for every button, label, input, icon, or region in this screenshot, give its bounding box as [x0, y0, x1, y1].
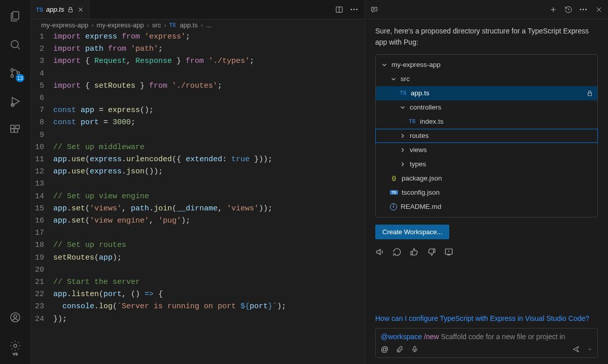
- tree-item-label: tsconfig.json: [402, 189, 593, 196]
- microphone-icon[interactable]: [411, 345, 419, 353]
- attach-icon[interactable]: [396, 345, 404, 353]
- chat-header: ···: [365, 0, 608, 19]
- search-icon[interactable]: [3, 32, 27, 57]
- tree-item[interactable]: TStsconfig.json: [376, 186, 597, 200]
- scm-badge: 13: [16, 74, 24, 82]
- proposed-file-tree: my-express-appsrcTSapp.tscontrollersTSin…: [375, 54, 598, 217]
- followup-suggestion[interactable]: How can I configure TypeScript with Expr…: [375, 313, 598, 324]
- chat-message: Sure, here's a proposed directory struct…: [375, 25, 598, 48]
- split-editor-icon[interactable]: [335, 6, 343, 14]
- lock-icon: [67, 6, 74, 13]
- explorer-icon[interactable]: [3, 4, 27, 28]
- svg-point-2: [11, 69, 14, 71]
- activity-bar: 13 VS: [0, 0, 30, 364]
- comment-icon[interactable]: [370, 6, 378, 14]
- tab-bar: TS app.ts ···: [31, 0, 365, 19]
- source-control-icon[interactable]: 13: [3, 61, 27, 85]
- chevron-icon: [381, 61, 388, 68]
- chevron-icon: [390, 76, 397, 83]
- svg-rect-17: [414, 346, 416, 350]
- history-icon[interactable]: [564, 6, 573, 14]
- chat-input[interactable]: @workspace /new Scaffold code for a new …: [375, 328, 598, 358]
- chevron-icon: [399, 161, 406, 168]
- chat-slash-command[interactable]: /new: [424, 333, 439, 341]
- breadcrumb-item[interactable]: src: [152, 21, 161, 29]
- create-workspace-button[interactable]: Create Workspace...: [375, 225, 449, 239]
- svg-rect-0: [13, 12, 19, 19]
- svg-point-11: [14, 315, 17, 318]
- report-issue-icon[interactable]: [444, 247, 453, 257]
- close-panel-icon[interactable]: [595, 6, 603, 14]
- tab-actions: ···: [335, 0, 365, 19]
- svg-rect-6: [11, 129, 14, 132]
- breadcrumb-item[interactable]: my-express-app: [41, 21, 88, 29]
- typescript-icon: TS: [169, 22, 176, 28]
- tree-item-label: app.ts: [411, 89, 583, 97]
- thumbs-down-icon[interactable]: [427, 247, 436, 257]
- more-actions-icon[interactable]: ···: [350, 5, 359, 14]
- tree-item-label: src: [401, 75, 593, 83]
- chevron-icon: [399, 147, 406, 154]
- tree-item-label: views: [410, 146, 593, 154]
- tree-item-label: types: [410, 160, 593, 168]
- tree-item-label: README.md: [401, 203, 593, 210]
- typescript-icon: TS: [36, 7, 43, 13]
- chat-panel: ··· Sure, here's a proposed directory st…: [365, 0, 608, 364]
- thumbs-up-icon[interactable]: [410, 247, 419, 257]
- tree-item[interactable]: routes: [375, 129, 598, 143]
- svg-rect-9: [16, 125, 19, 129]
- svg-rect-13: [69, 9, 73, 12]
- tree-item-label: controllers: [410, 103, 593, 111]
- typescript-icon: TS: [408, 119, 416, 124]
- tree-item[interactable]: TSapp.ts: [376, 86, 597, 100]
- tree-item[interactable]: iREADME.md: [376, 200, 597, 214]
- lock-icon: [586, 90, 593, 97]
- svg-point-12: [14, 344, 17, 347]
- tree-item[interactable]: TSindex.ts: [376, 115, 597, 129]
- tree-item[interactable]: views: [376, 143, 597, 157]
- extensions-icon[interactable]: [3, 118, 27, 142]
- tree-item-label: my-express-app: [391, 61, 593, 68]
- accounts-icon[interactable]: [3, 305, 27, 330]
- editor-group: TS app.ts ··· my-express-app › my-expres…: [30, 0, 365, 364]
- new-chat-icon[interactable]: [549, 6, 557, 14]
- run-debug-icon[interactable]: [3, 89, 27, 114]
- tab-app-ts[interactable]: TS app.ts: [31, 0, 90, 19]
- breadcrumb-item[interactable]: my-express-app: [97, 21, 144, 29]
- code-editor[interactable]: 123456789101112131415161718192021222324 …: [31, 31, 365, 364]
- svg-point-10: [11, 313, 20, 322]
- tree-item[interactable]: types: [376, 157, 597, 171]
- typescript-icon: TS: [399, 90, 407, 96]
- close-icon[interactable]: [77, 6, 84, 13]
- settings-icon[interactable]: VS: [3, 334, 27, 358]
- svg-rect-15: [588, 93, 592, 95]
- line-gutter: 123456789101112131415161718192021222324: [31, 31, 53, 364]
- svg-point-3: [11, 75, 14, 78]
- tree-item-label: package.json: [402, 174, 593, 182]
- retry-icon[interactable]: [392, 247, 402, 257]
- chat-input-text[interactable]: Scaffold code for a new file or project …: [441, 333, 565, 341]
- mention-icon[interactable]: @: [381, 345, 388, 353]
- chat-more-icon[interactable]: ···: [580, 5, 588, 14]
- send-icon[interactable]: [572, 345, 580, 353]
- breadcrumb-file[interactable]: app.ts: [180, 21, 198, 29]
- tree-item[interactable]: controllers: [376, 100, 597, 115]
- breadcrumb-tail[interactable]: ...: [206, 21, 211, 29]
- chat-agent[interactable]: @workspace: [381, 333, 422, 341]
- breadcrumbs[interactable]: my-express-app › my-express-app › src › …: [31, 19, 365, 31]
- chat-feedback: [375, 247, 598, 257]
- svg-point-1: [11, 41, 18, 48]
- tsconfig-icon: TS: [390, 190, 398, 195]
- tree-item-label: index.ts: [420, 118, 593, 125]
- json-icon: {}: [390, 175, 398, 181]
- tree-item[interactable]: my-express-app: [376, 58, 597, 72]
- tree-item[interactable]: {}package.json: [376, 171, 597, 186]
- tree-item-label: routes: [410, 132, 593, 139]
- tree-item[interactable]: src: [376, 72, 597, 86]
- svg-rect-8: [11, 125, 14, 129]
- tab-filename: app.ts: [46, 6, 64, 13]
- svg-rect-7: [14, 129, 18, 132]
- chevron-down-icon[interactable]: [587, 347, 592, 352]
- read-aloud-icon[interactable]: [375, 247, 384, 257]
- code-content[interactable]: import express from 'express';import pat…: [53, 31, 365, 364]
